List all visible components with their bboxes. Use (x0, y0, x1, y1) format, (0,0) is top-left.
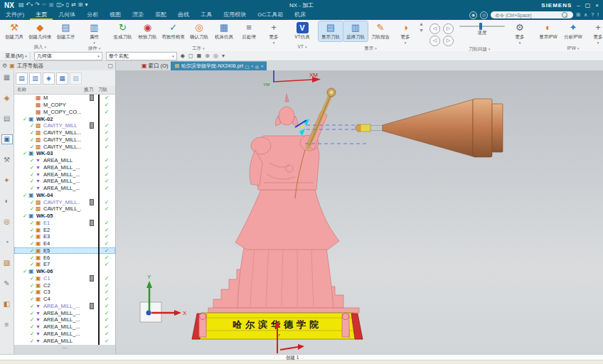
speed-slider[interactable]: 速度 (457, 21, 507, 36)
menu-tab[interactable]: 几何体 (53, 10, 81, 20)
ribbon-button[interactable]: ↻ 生成刀轨 ▾ (111, 21, 135, 41)
table-row[interactable]: ✓ WK-02 ✓ (14, 115, 115, 122)
table-row[interactable]: ✓ AREA_MILL_... ✓ (14, 316, 115, 323)
resource-bar-icon[interactable]: ▨ (2, 259, 12, 267)
type-filter-combo[interactable]: 几何体 ▾ (34, 52, 102, 60)
resource-bar-icon[interactable]: ≡ (2, 321, 12, 329)
resource-bar-icon[interactable]: ⚒ (2, 156, 12, 164)
tool-holder-assembly[interactable] (356, 99, 503, 157)
table-row[interactable]: ✓ WK-05 ✓ (14, 213, 115, 220)
ribbon-button[interactable]: ◑ 更多 ▾ (393, 21, 417, 46)
table-row[interactable]: ✓ AREA_MILL_... ✓ (14, 178, 115, 185)
ribbon-button[interactable]: ✦ 分析IPW ▾ (561, 21, 585, 41)
table-row[interactable]: ✓ AREA_MILL_... ✓ (14, 323, 115, 331)
column-divider[interactable] (98, 95, 100, 345)
selection-tool-icon[interactable]: ◆ (181, 53, 185, 59)
resource-bar-icon[interactable]: ◧ (2, 300, 12, 309)
ribbon-button[interactable]: ◎ 确认刀轨 ▾ (187, 21, 211, 41)
float-pane-icon[interactable]: ▢ (107, 63, 113, 69)
move-up-icon[interactable]: ▲ (419, 21, 424, 26)
ribbon-button[interactable]: + 更多 ▾ (262, 21, 286, 46)
menu-tab[interactable]: 应用模块 (218, 10, 252, 20)
table-row[interactable]: ✓ CAVITY_MILL.. ✓ (14, 198, 115, 205)
round-icon[interactable]: ◉ (469, 11, 477, 19)
qat-icon[interactable]: ▤▾ (18, 1, 24, 9)
move-down-icon[interactable]: ▼ (419, 28, 424, 33)
menu-tab[interactable]: 渲染 (127, 10, 149, 20)
resource-bar-icon[interactable]: ▣ (2, 135, 12, 144)
table-row[interactable]: ✓ AREA_MILL ✓ (14, 157, 115, 164)
part-tab[interactable]: ▤ 哈尔滨华德学院-NX2406.prt ▢▪◎× (171, 61, 267, 71)
menubar-icon[interactable]: ? (591, 12, 594, 18)
holder-flange[interactable] (473, 99, 492, 157)
table-row[interactable]: ✓ C4 ✓ (14, 296, 115, 303)
selection-tool-icon[interactable]: ◼ (197, 53, 202, 59)
window-control-button[interactable]: × (595, 2, 599, 9)
table-row[interactable]: ✓ WK-03 ✓ (14, 150, 115, 157)
table-row[interactable]: ✓ E5 ✓ (14, 247, 115, 255)
slider-track[interactable] (459, 26, 505, 27)
table-row[interactable]: ✓ C3 ✓ (14, 289, 115, 296)
navigator-toolbar-icon[interactable]: ◈ (43, 73, 55, 85)
ribbon-button[interactable]: ▤ 创建工序 ▾ (54, 21, 78, 41)
qat-icon[interactable]: ↶▾ (26, 1, 33, 9)
menu-tab[interactable]: 文件(F) (0, 10, 30, 20)
selection-tool-icon[interactable]: ▾ (222, 53, 225, 59)
table-row[interactable]: ✓ M ✓ (14, 95, 115, 102)
table-row[interactable]: ✓ AREA_MILL_... ✓ (14, 171, 115, 178)
resource-bar-icon[interactable]: ✎ (2, 279, 12, 288)
qat-icon[interactable]: ⇄▾ (71, 1, 76, 9)
resource-bar-icon[interactable]: ▤ (2, 114, 12, 123)
menubar-icon[interactable]: ⊞ (576, 12, 580, 18)
menu-tab[interactable]: GC工具箱 (252, 10, 289, 20)
table-row[interactable]: ✓ E2 ✓ (14, 226, 115, 233)
mcs-triad[interactable]: XM YM (263, 70, 321, 87)
resource-bar-icon[interactable]: ▦ (2, 73, 12, 82)
table-row[interactable]: ✓ CAVITY_MILL_.. ✓ (14, 205, 115, 213)
menu-tab[interactable]: 视图 (104, 10, 127, 20)
resource-bar-icon[interactable]: ◎ (2, 218, 12, 226)
ribbon-button[interactable]: ▦ 机床仿真 ▾ (212, 21, 236, 41)
table-row[interactable]: ✓ C2 ✓ (14, 282, 115, 289)
table-row[interactable]: ✓ E7 ✓ (14, 261, 115, 268)
resource-bar-icon[interactable]: ◈ (2, 94, 12, 102)
menu-tab[interactable]: 曲线 (172, 10, 195, 20)
menu-tab[interactable]: 分析 (81, 10, 104, 20)
table-row[interactable]: ✓ CAVITY_MILL... ✓ (14, 136, 115, 144)
tab-action-icon[interactable]: × (261, 64, 264, 69)
ribbon-button[interactable]: ⚙ 更多 ▾ (508, 21, 532, 46)
window-menu[interactable]: ▣ 窗口 (O) (142, 63, 168, 70)
table-row[interactable]: ✓ M_COPY ✓ (14, 102, 115, 109)
statue-model[interactable] (208, 88, 359, 313)
ribbon-button[interactable]: ≡ 后处理 ▾ (237, 21, 261, 41)
gear-icon[interactable]: ⚙ (2, 63, 7, 69)
table-row[interactable]: ✓ AREA_MILL ✓ (14, 337, 115, 344)
table-row[interactable]: ✓ CAVITY_MILL... ✓ (14, 129, 115, 136)
menu-tab[interactable]: 装配 (149, 10, 172, 20)
ribbon-button[interactable]: ▥ 选择刀轨 ▾ (343, 21, 368, 41)
navigator-toolbar-icon[interactable]: ▤ (16, 73, 28, 85)
ribbon-button[interactable]: ▥ 属性 ▾ (82, 21, 107, 46)
ribbon-button[interactable]: ▤ 显示刀轨 ▾ (319, 21, 343, 41)
qat-icon[interactable]: ▣▾ (49, 1, 55, 9)
resource-bar-icon[interactable]: ✦ (2, 176, 12, 185)
ribbon-button[interactable]: ◆ 创建几何体 ▾ (27, 21, 53, 41)
qat-icon[interactable]: ↷▾ (35, 1, 40, 9)
window-control-button[interactable]: ▢ (585, 2, 591, 9)
navigator-toolbar-icon[interactable]: ▥ (29, 73, 41, 85)
table-row[interactable]: ✓ AREA_MILL_... ✓ (14, 185, 115, 192)
table-row[interactable]: ✓ WK-04 ✓ (14, 192, 115, 199)
playback-button[interactable]: ◁ (429, 23, 440, 34)
table-row[interactable]: ✓ E4 ✓ (14, 240, 115, 247)
table-row[interactable]: ✓ AREA_MILL_... ✓ (14, 331, 115, 338)
menu-tab[interactable]: 工具 (195, 10, 218, 20)
table-row[interactable]: ✓ AREA_MILL_... ✓ (14, 309, 115, 316)
selection-tool-icon[interactable]: ◻ (188, 53, 193, 59)
menu-button[interactable]: 菜单(M) ▾ (2, 52, 31, 60)
table-row[interactable]: ✓ M_COPY_CO... ✓ (14, 109, 115, 116)
qat-icon[interactable]: ▯▾ (66, 1, 69, 9)
column-header-path[interactable]: 刀轨 (98, 87, 115, 93)
ribbon-button[interactable]: ✎ 刀轨报告 ▾ (368, 21, 393, 41)
table-row[interactable]: ✓ WK-06 ✓ (14, 268, 115, 275)
qat-icon[interactable]: ✂▾ (42, 1, 47, 9)
